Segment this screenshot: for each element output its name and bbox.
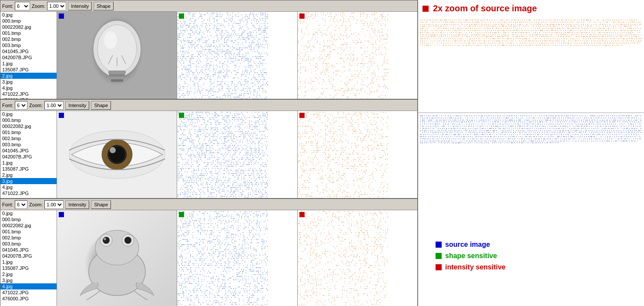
blue-dot-1 (59, 13, 64, 19)
list-item[interactable]: 002.bmp (0, 235, 57, 241)
source-image-2 (57, 111, 177, 198)
list-item[interactable]: 001.bmp (0, 229, 57, 235)
file-list-container-2: 0.jpg 000.bmp 00022082.jpg 001.bmp 002.b… (0, 111, 57, 198)
list-item[interactable]: 135087.JPG (0, 166, 57, 172)
list-item[interactable]: 041045.JPG (0, 148, 57, 154)
green-dot-1 (179, 13, 184, 19)
file-list-2[interactable]: 0.jpg 000.bmp 00022082.jpg 001.bmp 002.b… (0, 111, 57, 198)
svg-rect-12 (299, 13, 305, 19)
image-areas-2: @{o S t p ; ;E M(6v7mr RC}u xq lI Ns } ^… (57, 111, 417, 198)
green-dot-2 (179, 113, 184, 118)
list-item[interactable]: 00022082.jpg (0, 24, 57, 30)
svg-rect-9 (110, 77, 124, 79)
list-item[interactable]: 2.jpg (0, 172, 57, 178)
panel-1-content: 0.jpg 000.bmp 00022082.jpg 001.bmp 002.b… (0, 12, 417, 99)
list-item[interactable]: 000.bmp (0, 18, 57, 24)
list-item[interactable]: 003.bmp (0, 241, 57, 247)
list-item[interactable]: 041045.JPG (0, 247, 57, 253)
list-item[interactable]: 001.bmp (0, 30, 57, 36)
intensity-btn-3[interactable]: Intensity (65, 200, 89, 209)
list-item[interactable]: 471022.JPG (0, 190, 57, 196)
file-list-container-3: 0.jpg 000.bmp 00022082.jpg 001.bmp 002.b… (0, 210, 57, 306)
font-label-3: Font: (2, 202, 13, 207)
zoom-title: 2x zoom of source image (433, 3, 537, 13)
list-item[interactable]: 4.jpg (0, 184, 57, 190)
blue-dot-3 (59, 212, 64, 217)
svg-rect-34 (436, 264, 442, 270)
list-item[interactable]: 041045.JPG (0, 48, 57, 54)
list-item[interactable]: 135087.JPG (0, 265, 57, 271)
svg-rect-21 (59, 212, 64, 217)
list-item[interactable]: 042007B.JPG (0, 54, 57, 61)
list-item[interactable]: 135087.JPG (0, 67, 57, 73)
list-item[interactable]: 003.bmp (0, 42, 57, 48)
right-ascii-bot-area: NpO i r $ # u% G5 ^ j Y O :9 y. Y zDQ d … (418, 113, 644, 207)
list-item[interactable]: 3.jpg (0, 277, 57, 283)
shape-btn-1[interactable]: Shape (94, 2, 114, 10)
font-label-1: Font: (2, 3, 13, 9)
font-select-2[interactable]: 68 (15, 101, 27, 110)
svg-point-28 (104, 238, 106, 240)
list-item selected[interactable]: 2.jpg (0, 73, 57, 79)
zoom-select-2[interactable]: 1.002.00 (44, 101, 64, 110)
file-list-container-1: 0.jpg 000.bmp 00022082.jpg 001.bmp 002.b… (0, 12, 57, 99)
list-item[interactable]: 3.jpg (0, 79, 57, 85)
svg-point-27 (124, 237, 131, 244)
svg-point-3 (104, 31, 117, 49)
font-select-1[interactable]: 6810 (15, 2, 30, 10)
list-item[interactable]: 00022082.jpg (0, 222, 57, 229)
list-item[interactable]: 002.bmp (0, 135, 57, 141)
list-item[interactable]: 1.jpg (0, 259, 57, 265)
list-item selected[interactable]: 4.jpg (0, 283, 57, 289)
right-panel: 2x zoom of source image N 2 6 <K [8 h 39… (418, 0, 644, 306)
red-dot-3 (299, 212, 305, 217)
intensity-btn-1[interactable]: Intensity (68, 2, 92, 10)
list-item[interactable]: 000.bmp (0, 216, 57, 222)
shape-legend-label: shape sensitive (445, 252, 497, 260)
svg-rect-11 (179, 13, 184, 19)
list-item[interactable]: 042007B.JPG (0, 154, 57, 160)
frog-image (57, 210, 177, 306)
list-item[interactable]: 471022.JPG (0, 289, 57, 296)
panel-1: Font: 6810 Zoom: 1.002.00 Intensity Shap… (0, 0, 418, 99)
list-item[interactable]: 0.jpg (0, 210, 57, 216)
list-item[interactable]: 1.jpg (0, 61, 57, 67)
svg-point-18 (110, 147, 116, 153)
intensity-btn-2[interactable]: Intensity (65, 101, 89, 110)
list-item[interactable]: 0.jpg (0, 12, 57, 18)
list-item[interactable]: 476000.JPG (0, 97, 57, 99)
list-item[interactable]: 002.bmp (0, 36, 57, 42)
intensity-legend-label: intensity sensitive (445, 263, 506, 271)
right-ascii-bot: NpO i r $ # u% G5 ^ j Y O :9 y. Y zDQ d … (418, 113, 644, 207)
font-label-2: Font: (2, 103, 13, 108)
legend: source image shape sensitive intensity s… (436, 241, 506, 271)
shape-btn-3[interactable]: Shape (91, 200, 111, 209)
intensity-ascii-art-3: w 1 aC l q f ^V B B o ( < b S X C , Jl Q… (298, 210, 417, 306)
red-dot-1 (299, 13, 305, 19)
file-list-3[interactable]: 0.jpg 000.bmp 00022082.jpg 001.bmp 002.b… (0, 210, 57, 306)
svg-rect-33 (436, 253, 442, 259)
list-item[interactable]: 4.jpg (0, 85, 57, 91)
zoom-label-1: Zoom: (32, 3, 45, 9)
list-item[interactable]: 042007B.JPG (0, 253, 57, 259)
file-list-1[interactable]: 0.jpg 000.bmp 00022082.jpg 001.bmp 002.b… (0, 12, 57, 99)
zoom-select-1[interactable]: 1.002.00 (47, 2, 66, 10)
list-item[interactable]: 000.bmp (0, 117, 57, 123)
list-item[interactable]: 001.bmp (0, 129, 57, 135)
shape-ascii-art-2: @{o S t p ; ;E M(6v7mr RC}u xq lI Ns } ^… (177, 111, 297, 198)
intensity-ascii-1: mT B:k t L*3 R q > > 2T (uk ; w F& q 0 J… (298, 12, 417, 99)
list-item[interactable]: 471022.JPG (0, 91, 57, 97)
list-item[interactable]: 00022082.jpg (0, 123, 57, 129)
list-item selected[interactable]: 3.jpg (0, 178, 57, 184)
list-item[interactable]: 1.jpg (0, 160, 57, 166)
shape-btn-2[interactable]: Shape (91, 101, 111, 110)
list-item[interactable]: 2.jpg (0, 271, 57, 277)
font-select-3[interactable]: 68 (15, 200, 27, 209)
legend-shape: shape sensitive (436, 252, 506, 260)
list-item[interactable]: 476000.JPG (0, 296, 57, 302)
list-item[interactable]: 003.bmp (0, 141, 57, 148)
zoom-select-3[interactable]: 1.002.00 (44, 200, 64, 209)
svg-point-26 (103, 237, 110, 244)
list-item[interactable]: 0.jpg (0, 111, 57, 117)
green-dot-3 (179, 212, 184, 217)
